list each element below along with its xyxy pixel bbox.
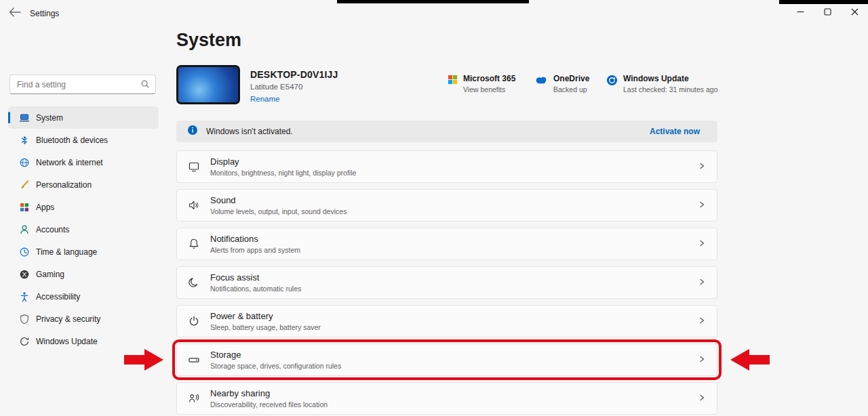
row-title: Storage [210,350,698,360]
sidebar-item-label: Bluetooth & devices [36,136,108,145]
search-box [9,75,156,94]
sidebar-item-system[interactable]: System [8,106,159,129]
row-title: Notifications [210,234,698,244]
sidebar-nav: System Bluetooth & devices Network & int… [8,106,159,352]
chevron-right-icon [698,276,706,289]
banner-left: Windows isn't activated. [187,125,293,138]
row-sound[interactable]: Sound Volume levels, output, input, soun… [176,189,717,222]
bell-icon [188,238,200,250]
window-title: Settings [30,9,59,18]
row-subtitle: Alerts from apps and system [210,246,698,254]
row-focus-assist[interactable]: Focus assist Notifications, automatic ru… [176,266,717,299]
red-arrow-pointing-right [124,348,163,372]
sidebar-item-label: Gaming [36,270,64,279]
row-storage[interactable]: Storage Storage space, drives, configura… [176,344,717,376]
row-text: Sound Volume levels, output, input, soun… [210,195,698,215]
storage-drive-icon [188,354,200,366]
rename-link[interactable]: Rename [250,95,338,103]
minimize-icon[interactable] [787,3,814,20]
row-title: Power & battery [210,311,698,321]
status-card-title: Windows Update [623,74,718,83]
power-icon [188,315,200,327]
row-notifications[interactable]: Notifications Alerts from apps and syste… [176,228,717,260]
chevron-right-icon [698,315,706,327]
sidebar-item-label: Network & internet [36,158,103,167]
titlebar: Settings [0,0,868,24]
onedrive-cloud-icon [534,75,548,87]
status-card-windows-update[interactable]: Windows Update Last checked: 31 minutes … [606,74,718,93]
sidebar-item-label: Apps [36,203,54,212]
settings-list: Display Monitors, brightness, night ligh… [176,150,717,416]
microsoft-365-icon [448,75,458,87]
row-text: Notifications Alerts from apps and syste… [210,234,698,254]
windows-update-status-icon [606,75,618,89]
search-input[interactable] [16,76,139,93]
chevron-right-icon [698,354,706,366]
sidebar-item-personalization[interactable]: Personalization [8,173,159,196]
row-title: Display [210,157,698,167]
sound-icon [188,199,200,211]
red-arrow-pointing-left [730,348,770,372]
row-text: Power & battery Sleep, battery usage, ba… [210,311,698,331]
sidebar-item-privacy-security[interactable]: Privacy & security [8,308,159,330]
sidebar-item-network-internet[interactable]: Network & internet [8,151,159,173]
sidebar: System Bluetooth & devices Network & int… [8,75,159,352]
screen-artifact-bar [337,0,529,3]
row-subtitle: Storage space, drives, configuration rul… [210,362,698,370]
banner-message: Windows isn't activated. [206,127,293,136]
info-icon [187,125,198,138]
row-subtitle: Discoverability, received files location [210,400,698,409]
sidebar-item-bluetooth-devices[interactable]: Bluetooth & devices [8,129,159,151]
window-controls [787,3,868,20]
device-name: DESKTOP-D0V1IJJ [250,69,338,80]
sidebar-item-accounts[interactable]: Accounts [8,218,159,241]
row-title: Sound [210,195,698,205]
sidebar-item-time-language[interactable]: Time & language [8,241,159,263]
status-card-title: OneDrive [553,74,589,83]
chevron-right-icon [698,161,706,173]
person-icon [19,224,30,235]
maximize-icon[interactable] [814,3,841,20]
clock-icon [19,247,30,257]
status-card-microsoft-365[interactable]: Microsoft 365 View benefits [448,74,515,93]
sidebar-item-label: System [36,113,63,123]
chevron-right-icon [698,199,706,211]
close-icon[interactable] [841,3,868,20]
chevron-right-icon [698,238,706,250]
page-title: System [176,30,241,51]
sidebar-item-label: Accessibility [36,292,80,301]
status-card-title: Microsoft 365 [463,74,515,83]
row-subtitle: Notifications, automatic rules [210,285,698,293]
sidebar-item-label: Accounts [36,225,69,234]
row-nearby-sharing[interactable]: Nearby sharing Discoverability, received… [176,382,717,415]
row-subtitle: Volume levels, output, input, sound devi… [210,207,698,215]
activation-banner: Windows isn't activated. Activate now [176,121,717,142]
xbox-icon [19,269,30,280]
back-icon[interactable] [8,7,24,19]
activate-now-link[interactable]: Activate now [650,127,700,136]
status-card-text: Microsoft 365 View benefits [463,74,515,93]
row-title: Focus assist [210,272,698,283]
accessibility-person-icon [19,291,30,302]
row-text: Nearby sharing Discoverability, received… [210,388,698,409]
row-power-battery[interactable]: Power & battery Sleep, battery usage, ba… [176,305,717,337]
brush-icon [19,180,30,190]
bluetooth-icon [19,135,30,146]
status-card-onedrive[interactable]: OneDrive Backed up [534,74,589,93]
sidebar-item-label: Time & language [36,247,97,257]
row-display[interactable]: Display Monitors, brightness, night ligh… [176,150,717,183]
sidebar-item-apps[interactable]: Apps [8,196,159,218]
row-text: Focus assist Notifications, automatic ru… [210,272,698,293]
apps-grid-icon [19,202,30,213]
update-refresh-icon [19,336,30,347]
sidebar-item-label: Personalization [36,180,92,190]
sidebar-item-accessibility[interactable]: Accessibility [8,285,159,308]
row-title: Nearby sharing [210,388,698,398]
sidebar-item-label: Windows Update [36,337,98,346]
device-thumbnail [176,65,240,104]
status-card-link[interactable]: View benefits [463,85,515,93]
device-info: DESKTOP-D0V1IJJ Latitude E5470 Rename [250,65,338,104]
sidebar-item-gaming[interactable]: Gaming [8,263,159,285]
moon-icon [188,276,200,289]
screen-artifact-bar [779,0,868,4]
